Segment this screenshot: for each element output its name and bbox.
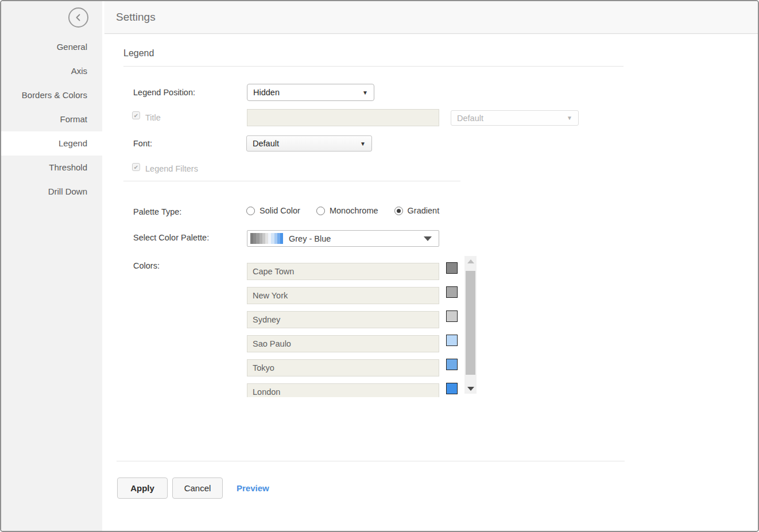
section-title: Legend	[123, 48, 154, 59]
page-title: Settings	[116, 11, 156, 24]
legend-filters-label: Legend Filters	[145, 164, 198, 173]
color-row	[247, 311, 449, 328]
font-select[interactable]: Default ▼	[246, 135, 372, 152]
color-swatch[interactable]	[446, 335, 458, 346]
settings-window: GeneralAxisBorders & ColorsFormatLegendT…	[0, 0, 759, 532]
chevron-down-icon: ▼	[360, 141, 366, 147]
radio-monochrome[interactable]: Monochrome	[316, 206, 378, 215]
series-name-input[interactable]	[247, 263, 439, 280]
radio-gradient[interactable]: Gradient	[394, 206, 440, 215]
radio-icon	[316, 207, 325, 215]
radio-label: Solid Color	[260, 206, 300, 215]
radio-label: Monochrome	[330, 206, 378, 215]
legend-position-select[interactable]: Hidden ▼	[247, 84, 374, 101]
color-row	[247, 359, 449, 376]
palette-type-radio-group: Solid ColorMonochromeGradient	[246, 206, 455, 215]
series-name-input[interactable]	[247, 287, 439, 304]
font-value: Default	[253, 139, 279, 148]
gradient-step	[280, 233, 283, 244]
legend-title-input[interactable]	[247, 109, 439, 126]
mid-divider	[123, 181, 460, 181]
sidebar-item-format[interactable]: Format	[1, 107, 102, 131]
color-swatch[interactable]	[446, 310, 458, 322]
sidebar-item-axis[interactable]: Axis	[1, 59, 102, 83]
font-label: Font:	[133, 139, 152, 148]
section-divider	[123, 66, 624, 67]
color-row	[247, 287, 449, 304]
color-row	[247, 335, 449, 352]
scroll-down-button[interactable]	[464, 383, 477, 394]
color-swatch[interactable]	[446, 359, 458, 370]
color-row	[247, 263, 449, 280]
colors-list	[247, 259, 449, 397]
chevron-left-icon	[75, 14, 82, 21]
series-name-input[interactable]	[247, 311, 439, 328]
color-swatch[interactable]	[446, 383, 458, 394]
palette-type-label: Palette Type:	[133, 207, 181, 216]
triangle-up-icon	[467, 259, 474, 263]
chevron-down-icon: ▼	[567, 115, 572, 121]
triangle-down-icon	[467, 387, 474, 391]
scrollbar-thumb[interactable]	[466, 271, 475, 375]
sidebar-item-general[interactable]: General	[1, 35, 102, 59]
sidebar-item-threshold[interactable]: Threshold	[1, 156, 102, 180]
legend-filters-checkbox[interactable]: ✔	[132, 163, 140, 171]
color-swatch[interactable]	[446, 286, 458, 298]
radio-selected-icon	[394, 207, 403, 215]
sidebar-item-drill-down[interactable]: Drill Down	[1, 180, 102, 204]
color-palette-select[interactable]: Grey - Blue	[247, 230, 439, 247]
sidebar-item-borders-colors[interactable]: Borders & Colors	[1, 83, 102, 107]
chevron-down-icon: ▼	[362, 90, 368, 96]
main-panel: Legend Legend Position: Hidden ▼ ✔ Title…	[103, 34, 758, 531]
series-name-input[interactable]	[247, 383, 439, 397]
radio-label: Gradient	[408, 206, 440, 215]
apply-button[interactable]: Apply	[117, 477, 168, 499]
footer-divider	[117, 461, 625, 461]
colors-label: Colors:	[133, 261, 160, 270]
title-font-select[interactable]: Default ▼	[451, 110, 579, 126]
series-name-input[interactable]	[247, 335, 439, 352]
radio-icon	[246, 207, 255, 215]
preview-link[interactable]: Preview	[237, 483, 269, 493]
color-palette-label: Select Color Palette:	[133, 233, 209, 242]
header-bar: Settings	[104, 1, 758, 34]
colors-scrollbar[interactable]	[464, 256, 477, 394]
sidebar: GeneralAxisBorders & ColorsFormatLegendT…	[1, 1, 102, 531]
series-name-input[interactable]	[247, 359, 439, 376]
color-palette-value: Grey - Blue	[289, 234, 331, 243]
color-swatch[interactable]	[446, 262, 458, 274]
legend-position-value: Hidden	[253, 88, 280, 97]
chevron-down-icon	[424, 236, 432, 241]
sidebar-item-legend[interactable]: Legend	[1, 131, 102, 156]
sidebar-nav: GeneralAxisBorders & ColorsFormatLegendT…	[1, 35, 102, 204]
palette-gradient-swatch	[250, 233, 283, 244]
scroll-up-button[interactable]	[464, 256, 477, 266]
title-font-value: Default	[457, 114, 483, 123]
title-checkbox[interactable]: ✔	[132, 111, 140, 119]
title-checkbox-label: Title	[145, 113, 161, 122]
radio-solid-color[interactable]: Solid Color	[246, 206, 300, 215]
color-row	[247, 383, 449, 397]
back-button[interactable]	[68, 7, 88, 28]
cancel-button[interactable]: Cancel	[172, 477, 223, 499]
legend-position-label: Legend Position:	[133, 88, 195, 97]
